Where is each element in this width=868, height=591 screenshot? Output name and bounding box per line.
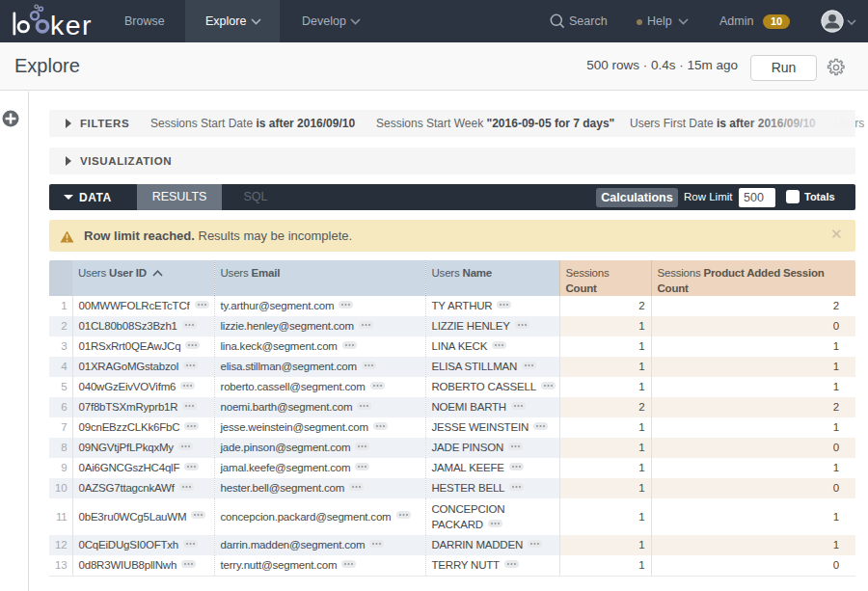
- svg-text:ker: ker: [50, 10, 93, 40]
